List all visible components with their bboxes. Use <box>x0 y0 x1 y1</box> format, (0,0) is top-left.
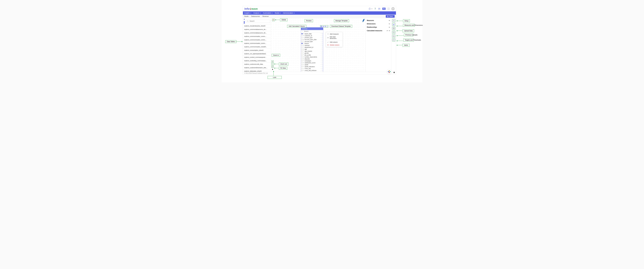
table-row[interactable]: explore_csvtest_commaseparat... <box>243 56 271 59</box>
bug-icon[interactable] <box>393 71 395 74</box>
field-options-icon[interactable]: ·· <box>320 48 322 50</box>
zoom-out-button[interactable]: − <box>272 63 274 65</box>
acc-dimensions[interactable]: Dimensions <box>366 22 390 26</box>
field-row[interactable]: Tproduct_type·· <box>301 36 323 38</box>
field-row[interactable]: #number_dependents·· <box>301 56 323 58</box>
drag-handle-icon[interactable] <box>322 64 323 65</box>
library-icon[interactable] <box>378 8 380 10</box>
save-button[interactable]: Save <box>386 15 395 18</box>
drag-handle-icon[interactable] <box>322 37 323 38</box>
table-row[interactable]: explore_commonmaster_comm... <box>243 42 271 45</box>
checkbox[interactable] <box>302 43 302 44</box>
checkbox[interactable] <box>302 62 302 63</box>
field-options-icon[interactable]: ·· <box>320 35 322 36</box>
crumb-studio[interactable]: Studio <box>244 16 248 17</box>
drag-handle-icon[interactable] <box>322 58 323 60</box>
field-options-icon[interactable]: ·· <box>320 33 322 34</box>
setup-button[interactable] <box>392 19 395 22</box>
checkbox[interactable] <box>302 41 302 42</box>
drag-handle-icon[interactable] <box>322 54 323 56</box>
targets-thresholds-button[interactable] <box>392 34 395 38</box>
field-row[interactable]: Tcross_sell_indicator·· <box>301 70 323 71</box>
field-row[interactable]: report_date·· <box>301 33 323 35</box>
field-row[interactable]: #age·· <box>301 48 323 50</box>
field-options-icon[interactable]: ·· <box>320 52 322 54</box>
field-options-icon[interactable]: ·· <box>320 50 322 52</box>
field-options-icon[interactable]: ·· <box>320 62 322 64</box>
field-row[interactable]: Tupsell_indicators·· <box>301 66 323 68</box>
drag-handle-icon[interactable] <box>322 43 323 44</box>
acc-measures[interactable]: Measures <box>366 19 390 22</box>
crumb-datasources[interactable]: Datasources <box>251 16 260 17</box>
table-row[interactable]: explore_cloudenterprise_sheet3 <box>243 24 271 28</box>
ctx-edit-column[interactable]: Edit column <box>326 41 342 44</box>
checkbox[interactable] <box>302 58 302 60</box>
table-row[interactable]: explore_consumption_sheet1 <box>243 48 271 52</box>
checkbox[interactable] <box>302 51 302 52</box>
field-row[interactable]: Taccount_type·· <box>301 40 323 42</box>
field-row[interactable]: #revenue·· <box>301 44 323 46</box>
menu-insights[interactable]: Insights <box>244 12 251 14</box>
checkbox[interactable] <box>302 54 302 56</box>
checkbox[interactable] <box>302 37 302 38</box>
drag-handle-icon[interactable] <box>322 41 323 42</box>
table-row[interactable]: explore_csvtesting_commasepa... <box>243 59 271 62</box>
field-row[interactable]: Tbranch·· <box>301 42 323 44</box>
drag-handle-icon[interactable] <box>322 66 323 67</box>
field-options-icon[interactable]: ·· <box>320 64 322 65</box>
table-row[interactable]: explore_dailysales_sheet1 <box>243 70 271 72</box>
measures-dimensions-button[interactable] <box>392 23 395 26</box>
checkbox[interactable] <box>302 52 302 54</box>
upload-data-button[interactable] <box>392 27 395 30</box>
fullscreen-icon[interactable] <box>388 8 390 10</box>
previous-uploads-button[interactable] <box>392 31 395 34</box>
floating-logo-icon[interactable] <box>387 69 392 74</box>
drag-handle-icon[interactable] <box>322 50 323 52</box>
drag-handle-icon[interactable] <box>322 68 323 69</box>
menu-automation[interactable]: Automation <box>263 12 273 14</box>
checkbox[interactable] <box>302 56 302 58</box>
add-calculated-column-button[interactable] <box>320 26 322 27</box>
field-options-icon[interactable]: ·· <box>320 70 322 71</box>
table-row[interactable]: explore_commonmaster_newdef... <box>243 45 271 48</box>
collapse-sidebar-icon[interactable]: — <box>271 19 271 21</box>
table-card-search-input[interactable] <box>304 30 322 32</box>
checkbox[interactable] <box>302 60 302 61</box>
drag-handle-icon[interactable] <box>322 33 323 34</box>
ctx-add-date-dimension[interactable]: Add date dimension <box>326 36 342 40</box>
field-row[interactable]: Tage_bracket·· <box>301 50 323 52</box>
checkbox[interactable] <box>302 33 302 34</box>
drag-handle-icon[interactable] <box>322 45 323 46</box>
table-row[interactable]: explore_commondatasource_de... <box>243 28 271 31</box>
drag-handle-icon[interactable] <box>322 60 323 62</box>
checkbox[interactable] <box>302 49 302 50</box>
field-row[interactable]: Tcross_sell·· <box>301 68 323 70</box>
field-options-icon[interactable]: ·· <box>320 39 322 40</box>
avatar-icon[interactable] <box>392 7 394 10</box>
drag-handle-icon[interactable] <box>322 39 323 40</box>
table-row[interactable]: explore_commondatasource_de... <box>243 31 271 35</box>
lock-button[interactable] <box>272 68 274 70</box>
field-row[interactable]: Tgender·· <box>301 52 323 54</box>
field-options-icon[interactable]: ·· <box>320 68 322 69</box>
menu-analysis[interactable]: Analysis <box>253 12 261 14</box>
checkbox[interactable] <box>302 45 302 46</box>
checkbox[interactable] <box>302 47 302 48</box>
field-row[interactable]: account_open_date·· <box>301 38 323 40</box>
checkbox[interactable] <box>302 64 302 65</box>
table-card-revenue[interactable]: revenue report_date··#customer_id··Tprod… <box>301 27 323 72</box>
delete-button[interactable] <box>272 19 274 21</box>
menu-administration[interactable]: Administration <box>283 12 294 14</box>
field-options-icon[interactable]: ·· <box>320 37 322 38</box>
drag-handle-icon[interactable] <box>322 72 323 72</box>
drag-handle-icon[interactable] <box>322 56 323 58</box>
field-row[interactable]: Tcampaigns·· <box>301 60 323 62</box>
field-row[interactable]: #affinity_score·· <box>301 71 323 72</box>
activity-icon[interactable] <box>382 8 386 10</box>
alerts-button[interactable] <box>392 38 395 42</box>
data-tables-list[interactable]: explore_cloudenterprise_sheet3explore_co… <box>243 24 271 72</box>
field-options-icon[interactable]: ·· <box>320 60 322 62</box>
field-options-icon[interactable]: ·· <box>320 54 322 56</box>
drag-handle-icon[interactable] <box>322 62 323 64</box>
checkbox[interactable] <box>302 39 302 40</box>
